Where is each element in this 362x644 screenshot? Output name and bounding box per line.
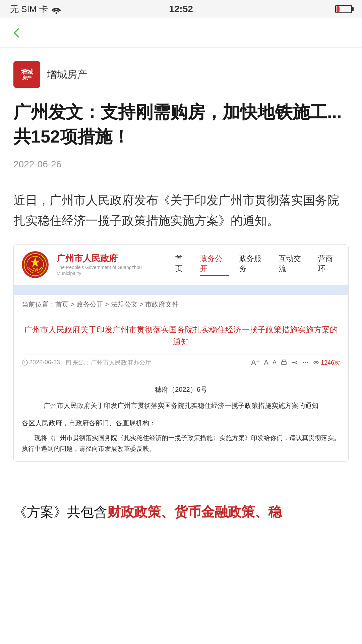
gov-logo: 广州 <box>22 251 49 278</box>
gov-nav-yingshang: 营商环 <box>318 254 340 276</box>
gov-doc-embed: 广州 广州市人民政府 The People's Government of Gu… <box>13 244 349 462</box>
status-time: 12:52 <box>169 4 193 14</box>
gov-site-header: 广州 广州市人民政府 The People's Government of Gu… <box>14 245 348 285</box>
nav-bar <box>0 18 362 48</box>
gov-breadcrumb: 当前位置：首页 > 政务公开 > 法规公文 > 市政府文件 <box>14 295 348 314</box>
svg-text:广州: 广州 <box>32 268 38 271</box>
svg-point-18 <box>315 362 317 363</box>
author-avatar: 增城 房产 <box>13 61 40 88</box>
back-chevron-icon <box>14 28 23 37</box>
gov-nav-zhengwufuwu: 政务服务 <box>239 254 269 276</box>
gov-meta-date: 2022-06-23 <box>22 359 60 366</box>
svg-point-15 <box>305 362 306 363</box>
avatar-top-text: 增城 <box>21 69 33 75</box>
bottom-teaser-prefix: 《方案》共包含 <box>13 504 107 519</box>
gov-title-en: The People's Government of Guangzhou Mun… <box>57 264 167 276</box>
eye-icon <box>313 359 319 366</box>
doc-full-title: 广州市人民政府关于印发广州市贯彻落实国务院扎实稳住经济一揽子政策措施实施方案的通… <box>22 400 340 411</box>
bottom-teaser: 《方案》共包含财政政策、货币金融政策、稳 <box>0 502 362 522</box>
gov-blue-bar <box>14 285 348 295</box>
doc-icon <box>65 360 71 366</box>
svg-point-11 <box>296 361 297 362</box>
share-icon <box>291 359 298 366</box>
article-date: 2022-06-26 <box>13 159 349 170</box>
svg-point-12 <box>296 363 297 364</box>
doc-content: 现将《广州市贯彻落实国务院〈扎实稳住经济的一揽子政策措施〉实施方案》印发给你们，… <box>22 433 340 454</box>
gov-emblem-icon: 广州 <box>23 253 47 276</box>
article-title: 广州发文：支持刚需购房，加快地铁施工...共152项措施！ <box>13 100 349 149</box>
back-button[interactable] <box>10 24 27 41</box>
doc-number: 穗府（2022）6号 <box>22 384 340 395</box>
gov-doc-area: 广州市人民政府关于印发广州市贯彻落实国务院扎实稳住经济一揽子政策措施实施方案的通… <box>14 314 348 377</box>
gov-doc-title: 广州市人民政府关于印发广州市贯彻落实国务院扎实稳住经济一揽子政策措施实施方案的通… <box>22 324 340 348</box>
wifi-icon <box>52 6 61 14</box>
gov-meta-fontsize: A⁺ A A 1246次 <box>251 358 340 367</box>
gov-nav-items: 首页 政务公开 政务服务 互动交流 营商环 <box>175 254 340 276</box>
avatar-bottom-text: 房产 <box>22 75 32 80</box>
gov-doc-meta: 2022-06-23 来源：广州市人民政府办公厅 A⁺ A A 1246次 <box>22 355 340 370</box>
signal-text: 无 SIM 卡 <box>10 3 61 15</box>
author-section: 增城 房产 增城房产 <box>13 61 349 88</box>
bottom-teaser-highlight: 财政政策、货币金融政策、稳 <box>107 504 282 519</box>
gov-nav-home: 首页 <box>175 254 190 276</box>
status-right-icons <box>335 5 352 13</box>
doc-recipients: 各区人民政府，市政府各部门、各直属机构： <box>22 417 340 429</box>
gov-nav-hudong: 互动交流 <box>279 254 308 276</box>
status-bar: 无 SIM 卡 12:52 <box>0 0 362 18</box>
article-container: 增城 房产 增城房产 广州发文：支持刚需购房，加快地铁施工...共152项措施！… <box>0 48 362 495</box>
gov-nav-zhengwugongkai: 政务公开 <box>200 254 230 276</box>
gov-doc-body: 穗府（2022）6号 广州市人民政府关于印发广州市贯彻落实国务院扎实稳住经济一揽… <box>14 377 348 461</box>
print-icon <box>281 359 287 366</box>
more-icon <box>302 359 309 366</box>
svg-point-0 <box>55 12 57 14</box>
clock-icon <box>22 360 28 366</box>
svg-point-16 <box>307 362 308 363</box>
author-name: 增城房产 <box>47 68 87 82</box>
article-body: 近日，广州市人民政府发布《关于印发广州市贯彻落实国务院扎实稳住经济一揽子政策措施… <box>13 190 349 231</box>
gov-title-area: 广州市人民政府 The People's Government of Guang… <box>57 253 167 276</box>
gov-title-cn: 广州市人民政府 <box>57 253 167 264</box>
svg-point-13 <box>292 362 294 363</box>
battery-icon <box>335 5 352 13</box>
gov-meta-source: 来源：广州市人民政府办公厅 <box>65 359 151 367</box>
svg-point-14 <box>303 362 304 363</box>
